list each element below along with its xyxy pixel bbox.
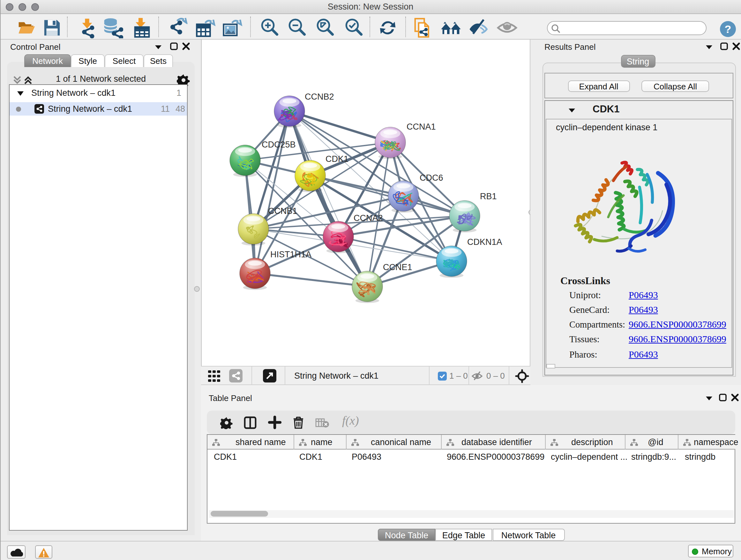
svg-text:CCNA1: CCNA1 (407, 122, 436, 132)
svg-text:CCNA2: CCNA2 (354, 213, 383, 223)
svg-text:CDK1: CDK1 (326, 154, 348, 164)
svg-text:CCNE1: CCNE1 (383, 262, 412, 272)
svg-text:HIST1H1A: HIST1H1A (270, 250, 312, 259)
svg-text:CCNB2: CCNB2 (305, 92, 334, 102)
svg-text:CDKN1A: CDKN1A (467, 237, 502, 247)
svg-text:CCNB1: CCNB1 (268, 206, 297, 216)
svg-text:CDC6: CDC6 (420, 173, 443, 183)
svg-text:RB1: RB1 (480, 192, 497, 201)
svg-text:CDC25B: CDC25B (262, 140, 296, 149)
svg-text:?: ? (725, 23, 731, 35)
